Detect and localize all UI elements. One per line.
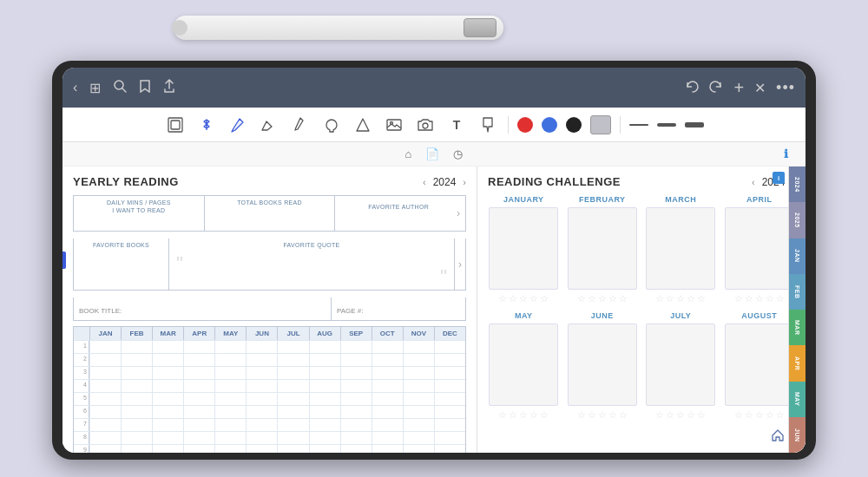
tracking-cell[interactable] bbox=[309, 445, 340, 453]
tracking-cell[interactable] bbox=[340, 354, 372, 366]
tracking-cell[interactable] bbox=[152, 445, 183, 453]
tab-mar[interactable]: MAR bbox=[789, 310, 806, 345]
tracking-cell[interactable] bbox=[434, 341, 465, 353]
star-5[interactable]: ☆ bbox=[540, 409, 549, 421]
tracking-cell[interactable] bbox=[214, 419, 246, 431]
close-button[interactable]: ✕ bbox=[754, 80, 766, 96]
color-red[interactable] bbox=[517, 117, 533, 133]
tracking-cell[interactable] bbox=[89, 406, 121, 418]
tracking-cell[interactable] bbox=[121, 341, 152, 353]
star-5[interactable]: ☆ bbox=[776, 293, 785, 304]
tracking-cell[interactable] bbox=[214, 445, 246, 453]
tracking-cell[interactable] bbox=[372, 367, 403, 379]
undo-button[interactable] bbox=[685, 79, 699, 96]
clock-sub-icon[interactable]: ◷ bbox=[453, 147, 463, 160]
tracking-cell[interactable] bbox=[152, 393, 183, 405]
tracking-cell[interactable] bbox=[183, 380, 214, 392]
star-4[interactable]: ☆ bbox=[687, 409, 695, 421]
tracking-cell[interactable] bbox=[152, 432, 183, 444]
tracking-cell[interactable] bbox=[214, 341, 246, 353]
tracking-cell[interactable] bbox=[121, 432, 152, 444]
tracking-cell[interactable] bbox=[403, 354, 434, 366]
tracking-cell[interactable] bbox=[89, 432, 121, 444]
star-1[interactable]: ☆ bbox=[734, 293, 743, 304]
tracking-cell[interactable] bbox=[340, 367, 372, 379]
star-3[interactable]: ☆ bbox=[755, 409, 764, 421]
more-button[interactable]: ••• bbox=[776, 79, 795, 97]
tracking-cell[interactable] bbox=[121, 354, 152, 366]
tab-apr[interactable]: APR bbox=[789, 345, 806, 381]
star-1[interactable]: ☆ bbox=[577, 293, 586, 304]
tracking-cell[interactable] bbox=[183, 445, 214, 453]
tracking-cell[interactable] bbox=[309, 367, 340, 379]
tracking-cell[interactable] bbox=[403, 341, 434, 353]
stroke-thin[interactable] bbox=[629, 124, 648, 126]
tracking-cell[interactable] bbox=[121, 380, 152, 392]
tab-jun[interactable]: JUN bbox=[789, 417, 806, 453]
tracking-cell[interactable] bbox=[403, 393, 434, 405]
star-2[interactable]: ☆ bbox=[588, 409, 596, 421]
tracking-cell[interactable] bbox=[434, 406, 465, 418]
tracking-cell[interactable] bbox=[340, 380, 372, 392]
tracking-cell[interactable] bbox=[372, 445, 403, 453]
star-4[interactable]: ☆ bbox=[529, 293, 538, 304]
eraser-tool[interactable] bbox=[258, 114, 280, 136]
tracking-cell[interactable] bbox=[277, 419, 308, 431]
tracking-cell[interactable] bbox=[434, 419, 465, 431]
tracking-cell[interactable] bbox=[403, 406, 434, 418]
year-prev-arrow[interactable]: ‹ bbox=[423, 177, 426, 187]
star-4[interactable]: ☆ bbox=[687, 293, 695, 304]
tracking-cell[interactable] bbox=[340, 419, 372, 431]
star-3[interactable]: ☆ bbox=[676, 293, 685, 304]
star-4[interactable]: ☆ bbox=[766, 293, 774, 304]
tracking-cell[interactable] bbox=[183, 406, 214, 418]
tracking-cell[interactable] bbox=[309, 393, 340, 405]
grid-button[interactable]: ⊞ bbox=[89, 80, 101, 96]
tab-2024[interactable]: 2024 bbox=[789, 167, 806, 202]
tracking-cell[interactable] bbox=[89, 419, 121, 431]
tracking-cell[interactable] bbox=[434, 445, 465, 453]
share-button[interactable] bbox=[163, 79, 175, 96]
back-button[interactable]: ‹ bbox=[73, 80, 77, 95]
tracking-cell[interactable] bbox=[309, 341, 340, 353]
star-4[interactable]: ☆ bbox=[608, 293, 617, 304]
tracking-cell[interactable] bbox=[152, 341, 183, 353]
star-2[interactable]: ☆ bbox=[666, 293, 674, 304]
tracking-cell[interactable] bbox=[403, 380, 434, 392]
tracking-cell[interactable] bbox=[121, 406, 152, 418]
lasso-tool[interactable] bbox=[320, 114, 343, 136]
tracking-cell[interactable] bbox=[246, 419, 277, 431]
stroke-medium[interactable] bbox=[657, 123, 676, 127]
tracking-cell[interactable] bbox=[246, 341, 277, 353]
tracking-cell[interactable] bbox=[152, 419, 183, 431]
tracking-cell[interactable] bbox=[372, 406, 403, 418]
tracking-cell[interactable] bbox=[372, 380, 403, 392]
tracking-cell[interactable] bbox=[277, 367, 308, 379]
tracking-cell[interactable] bbox=[372, 341, 403, 353]
star-1[interactable]: ☆ bbox=[498, 293, 507, 304]
star-2[interactable]: ☆ bbox=[588, 293, 596, 304]
tracking-cell[interactable] bbox=[372, 419, 403, 431]
tab-may[interactable]: MAY bbox=[789, 382, 806, 417]
star-2[interactable]: ☆ bbox=[745, 409, 753, 421]
tracking-cell[interactable] bbox=[152, 406, 183, 418]
redo-button[interactable] bbox=[709, 79, 723, 96]
frame-tool[interactable] bbox=[164, 114, 187, 136]
text-tool[interactable]: T bbox=[445, 114, 468, 136]
star-2[interactable]: ☆ bbox=[509, 409, 517, 421]
star-5[interactable]: ☆ bbox=[776, 409, 785, 421]
tracking-cell[interactable] bbox=[214, 393, 246, 405]
tracking-cell[interactable] bbox=[309, 432, 340, 444]
tracking-cell[interactable] bbox=[340, 406, 372, 418]
tracking-cell[interactable] bbox=[434, 393, 465, 405]
paint-tool[interactable] bbox=[477, 114, 499, 136]
quote-expand-arrow[interactable]: › bbox=[454, 238, 465, 290]
tracking-cell[interactable] bbox=[434, 367, 465, 379]
tracking-cell[interactable] bbox=[214, 354, 246, 366]
tracking-cell[interactable] bbox=[340, 432, 372, 444]
add-button[interactable]: + bbox=[733, 78, 744, 98]
tracking-cell[interactable] bbox=[89, 354, 121, 366]
tracking-cell[interactable] bbox=[246, 406, 277, 418]
star-5[interactable]: ☆ bbox=[697, 409, 706, 421]
doc-sub-icon[interactable]: 📄 bbox=[425, 147, 439, 160]
